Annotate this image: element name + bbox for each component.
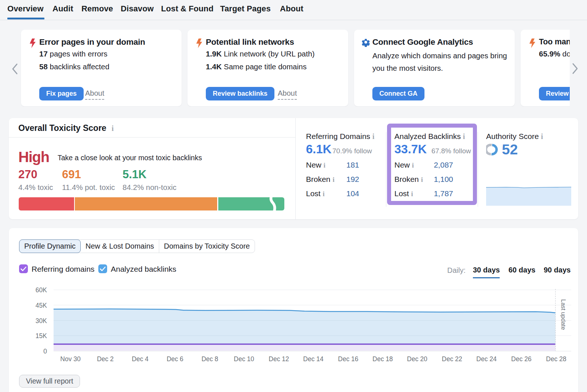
svg-text:60K: 60K (36, 286, 47, 294)
svg-text:15K: 15K (36, 332, 47, 340)
svg-text:Dec 4: Dec 4 (132, 355, 149, 363)
svg-text:30K: 30K (36, 317, 47, 325)
svg-text:Dec 16: Dec 16 (338, 355, 358, 363)
svg-text:Dec 28: Dec 28 (546, 355, 566, 363)
svg-text:Dec 6: Dec 6 (167, 355, 183, 363)
svg-text:Dec 24: Dec 24 (476, 355, 497, 363)
svg-text:Dec 2: Dec 2 (97, 355, 114, 363)
svg-text:Dec 10: Dec 10 (234, 355, 254, 363)
svg-text:Dec 14: Dec 14 (303, 355, 324, 363)
svg-text:Dec 20: Dec 20 (407, 355, 427, 363)
svg-text:45K: 45K (36, 302, 47, 309)
svg-text:Dec 18: Dec 18 (372, 355, 393, 363)
svg-text:Dec 22: Dec 22 (442, 355, 462, 363)
svg-text:Dec 26: Dec 26 (511, 355, 531, 363)
svg-text:Last update: Last update (560, 299, 566, 330)
svg-text:Nov 30: Nov 30 (60, 355, 81, 363)
svg-text:Dec 12: Dec 12 (269, 355, 289, 363)
svg-text:Dec 8: Dec 8 (201, 355, 218, 363)
svg-text:0: 0 (43, 348, 47, 355)
